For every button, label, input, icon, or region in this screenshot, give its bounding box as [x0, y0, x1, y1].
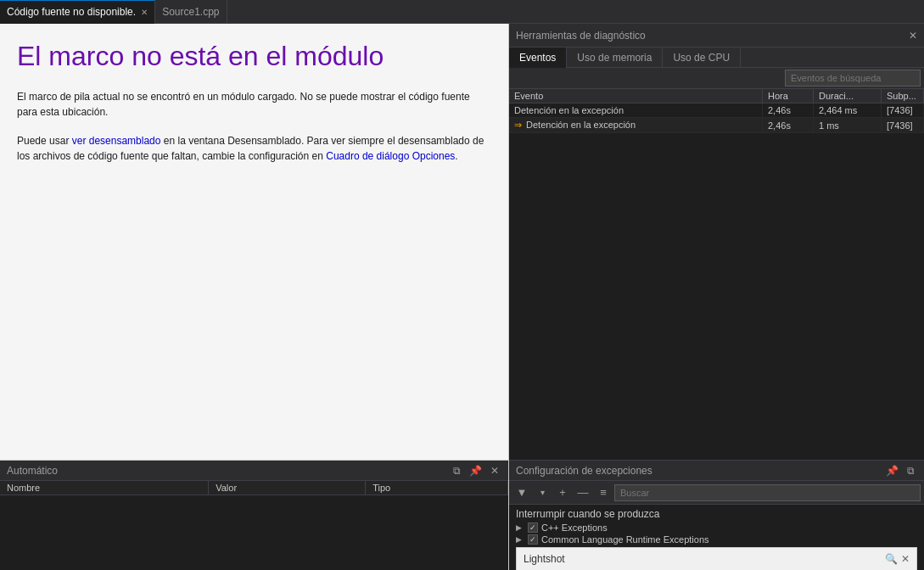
tab-bar: Código fuente no disponible. ✕ Source1.c… — [0, 0, 924, 24]
lightshot-label: Lightshot — [524, 553, 565, 565]
description2: Puede usar ver desensamblado en la venta… — [17, 133, 491, 164]
exceptions-title: Configuración de excepciones — [516, 465, 652, 477]
events-col-subp: Subp... — [882, 89, 924, 103]
diagnostics-tabs: Eventos Uso de memoria Uso de CPU — [509, 48, 924, 68]
diag-tab-memoria-label: Uso de memoria — [577, 52, 652, 64]
auto-panel-header: Automático ⧉ 📌 ✕ — [0, 461, 508, 481]
events-col-duracion: Duraci... — [814, 89, 882, 103]
right-panel: Herramientas de diagnóstico ✕ Eventos Us… — [509, 24, 924, 570]
exc-filter-btn[interactable]: ▼ — [512, 483, 531, 502]
main-title: El marco no está en el módulo — [17, 41, 491, 72]
left-panel: El marco no está en el módulo El marco d… — [0, 24, 509, 570]
diag-search-input[interactable] — [785, 70, 921, 87]
diag-tab-memoria[interactable]: Uso de memoria — [567, 48, 663, 68]
diag-tab-cpu-label: Uso de CPU — [673, 52, 730, 64]
auto-col-type: Tipo — [366, 481, 508, 495]
table-row[interactable]: Detención en la excepción 2,46s 2,464 ms… — [509, 103, 924, 118]
auto-panel-tools: ⧉ 📌 ✕ — [451, 465, 501, 477]
subp-cell-2: [7436] — [882, 118, 924, 133]
events-col-evento: Evento — [509, 89, 763, 103]
left-content: El marco no está en el módulo El marco d… — [0, 24, 508, 460]
diag-tab-eventos-label: Eventos — [519, 52, 556, 64]
auto-panel-title: Automático — [7, 465, 58, 477]
auto-panel-pin-btn[interactable]: 📌 — [467, 465, 484, 477]
list-item[interactable]: ▶ C++ Exceptions — [509, 522, 924, 534]
filter-icon: ▼ — [517, 486, 528, 499]
lightshot-controls: 🔍 ✕ — [885, 553, 910, 565]
expand-arrow-clr: ▶ — [516, 535, 524, 544]
exc-checkbox-cpp[interactable] — [528, 522, 538, 533]
current-row-arrow: ⇒ — [514, 120, 522, 130]
exceptions-float-btn[interactable]: ⧉ — [904, 465, 917, 477]
tab-no-source[interactable]: Código fuente no disponible. ✕ — [0, 0, 155, 24]
auto-panel-float-btn[interactable]: ⧉ — [451, 465, 463, 477]
exc-label-cpp: C++ Exceptions — [541, 522, 608, 533]
diag-header-close[interactable]: ✕ — [909, 30, 917, 42]
events-table: Evento Hora Duraci... Subp... Detención … — [509, 89, 924, 460]
exc-interrupt-label: Interrumpir cuando se produzca — [509, 506, 924, 522]
exc-toolbar: ▼ ▾ + — ≡ — [509, 481, 924, 505]
lightshot-bar: Lightshot 🔍 ✕ — [516, 547, 917, 570]
event-cell-1: Detención en la excepción — [509, 103, 763, 118]
tab-source1-label: Source1.cpp — [162, 6, 219, 18]
link-ver-desensamblado[interactable]: ver desensamblado — [72, 135, 161, 147]
diag-search-row — [509, 68, 924, 89]
auto-panel-close-btn[interactable]: ✕ — [488, 465, 501, 477]
expand-arrow-cpp: ▶ — [516, 523, 524, 532]
exc-remove-btn[interactable]: — — [574, 483, 592, 502]
exceptions-header: Configuración de excepciones 📌 ⧉ — [509, 461, 924, 481]
list-item[interactable]: ▶ Common Language Runtime Exceptions — [509, 534, 924, 545]
link-opciones[interactable]: Cuadro de diálogo Opciones — [326, 150, 455, 162]
exc-label-clr: Common Language Runtime Exceptions — [541, 534, 709, 545]
tab-no-source-close[interactable]: ✕ — [141, 8, 148, 17]
auto-panel-container: Automático ⧉ 📌 ✕ Nombre Valor Tipo — [0, 460, 508, 570]
tab-no-source-label: Código fuente no disponible. — [7, 6, 136, 18]
description1: El marco de pila actual no se encontró e… — [17, 89, 491, 120]
exc-list-btn[interactable]: ≡ — [594, 483, 613, 502]
hora-cell-2: 2,46s — [763, 118, 814, 133]
duracion-cell-1: 2,464 ms — [814, 103, 882, 118]
table-row[interactable]: ⇒ Detención en la excepción 2,46s 1 ms [… — [509, 118, 924, 133]
exceptions-bottom-panel: Configuración de excepciones 📌 ⧉ ▼ ▾ + —… — [509, 460, 924, 570]
event-cell-2: ⇒ Detención en la excepción — [509, 118, 763, 133]
events-col-hora: Hora — [763, 89, 814, 103]
diagnostics-header: Herramientas de diagnóstico ✕ — [509, 24, 924, 48]
exc-content: Interrumpir cuando se produzca ▶ C++ Exc… — [509, 505, 924, 570]
lightshot-magnify-icon[interactable]: 🔍 — [885, 553, 898, 565]
exceptions-pin-btn[interactable]: 📌 — [883, 465, 901, 477]
diag-tab-cpu[interactable]: Uso de CPU — [663, 48, 741, 68]
exc-dropdown-btn[interactable]: ▾ — [533, 483, 552, 502]
auto-table: Nombre Valor Tipo — [0, 481, 508, 570]
exc-search-input[interactable] — [614, 484, 921, 501]
desc2-suffix: . — [455, 150, 457, 162]
lightshot-close-btn[interactable]: ✕ — [901, 553, 910, 565]
duracion-cell-2: 1 ms — [814, 118, 882, 133]
hora-cell-1: 2,46s — [763, 103, 814, 118]
auto-col-name: Nombre — [0, 481, 209, 495]
exceptions-tools: 📌 ⧉ — [883, 465, 917, 477]
desc2-prefix: Puede usar — [17, 135, 72, 147]
main-layout: El marco no está en el módulo El marco d… — [0, 24, 924, 570]
diagnostics-title: Herramientas de diagnóstico — [516, 30, 909, 42]
tab-source1[interactable]: Source1.cpp — [155, 0, 227, 24]
exc-add-btn[interactable]: + — [553, 483, 572, 502]
diag-tab-eventos[interactable]: Eventos — [509, 48, 567, 68]
auto-col-value: Valor — [209, 481, 366, 495]
subp-cell-1: [7436] — [882, 103, 924, 118]
exc-checkbox-clr[interactable] — [528, 534, 538, 545]
